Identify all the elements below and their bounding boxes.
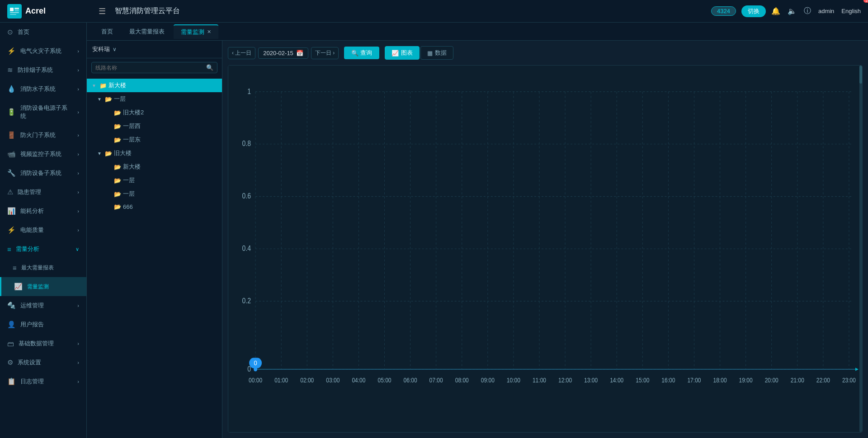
tree-node-old-building[interactable]: ▼ 📂 旧大楼 [87, 146, 222, 160]
folder-icon: 📂 [105, 96, 112, 103]
demand-icon: ≡ [7, 245, 11, 253]
tree-node-666[interactable]: 📂 666 [87, 201, 222, 213]
language-selector[interactable]: English [841, 8, 861, 14]
svg-text:15:00: 15:00 [636, 377, 649, 384]
expand-arrow: › [77, 48, 79, 54]
tree-toggle [105, 204, 112, 209]
data-view-tab[interactable]: ▦ 数据 [420, 46, 453, 60]
tree-node-floor1-child2[interactable]: 📂 一层 [87, 187, 222, 201]
view-tabs: 📈 图表 ▦ 数据 [385, 46, 453, 60]
sidebar-item-device[interactable]: 🔧 消防设备子系统 › [0, 164, 86, 183]
svg-text:0.6: 0.6 [242, 192, 251, 200]
svg-text:20:00: 20:00 [765, 377, 778, 384]
sidebar-item-max-demand[interactable]: ≡ 最大需量报表 [0, 259, 86, 277]
svg-rect-2 [14, 10, 19, 11]
bell-icon[interactable]: 🔔 2 [771, 7, 780, 15]
svg-text:10:00: 10:00 [507, 377, 520, 384]
sidebar-item-ops[interactable]: 🔩 运维管理 › [0, 296, 86, 315]
tree-toggle: ▼ [96, 151, 103, 156]
sidebar-item-fire-door[interactable]: 🚪 防火门子系统 › [0, 126, 86, 145]
tree-toggle: ▼ [90, 83, 98, 88]
next-day-button[interactable]: 下一日 › [311, 47, 339, 59]
svg-text:17:00: 17:00 [687, 377, 701, 384]
sidebar-item-log[interactable]: 📋 日志管理 › [0, 372, 86, 391]
folder-icon: 📂 [114, 137, 121, 143]
tree-node-floor1-west[interactable]: 📂 一层西 [87, 119, 222, 133]
scrollbar-thumb[interactable] [859, 66, 862, 84]
svg-rect-3 [10, 12, 19, 13]
tab-demand-monitor[interactable]: 需量监测 ✕ [174, 24, 218, 39]
expand-arrow: › [77, 208, 79, 214]
sidebar-item-video[interactable]: 📹 视频监控子系统 › [0, 145, 86, 164]
expand-arrow: › [77, 189, 79, 195]
sidebar-label: 电气火灾子系统 [20, 47, 61, 55]
sidebar-label: 需量监测 [27, 283, 49, 291]
sidebar-item-home[interactable]: ⊙ 首页 [0, 23, 86, 42]
sidebar-item-energy[interactable]: 📊 能耗分析 › [0, 202, 86, 221]
chart-view-tab[interactable]: 📈 图表 [385, 46, 420, 60]
tree-toggle [105, 110, 112, 115]
top-header: Acrel ☰ 智慧消防管理云平台 4324 切换 🔔 2 🔈 ⓘ admin … [0, 0, 868, 23]
log-icon: 📋 [7, 377, 16, 386]
tree-toggle [105, 165, 112, 170]
org-selector[interactable]: 安科瑞 ∨ [87, 41, 222, 58]
tab-max-demand[interactable]: 最大需量报表 [122, 25, 172, 38]
search-icon[interactable]: 🔍 [206, 64, 213, 71]
search-input[interactable] [95, 65, 203, 71]
menu-icon[interactable]: ☰ [99, 6, 106, 16]
expand-arrow: › [77, 67, 79, 73]
sidebar-item-power[interactable]: 🔋 消防设备电源子系统 › [0, 99, 86, 126]
data-icon: 🗃 [7, 340, 14, 348]
sidebar-label: 消防设备电源子系统 [20, 104, 73, 120]
query-button[interactable]: 🔍 查询 [344, 47, 379, 59]
tree-node-old-building2[interactable]: 📂 旧大楼2 [87, 106, 222, 119]
sidebar-item-electrical-fire[interactable]: ⚡ 电气火灾子系统 › [0, 42, 86, 61]
content-area: 首页 最大需量报表 需量监测 ✕ 安科瑞 ∨ � [87, 23, 868, 438]
tree-node-new-building[interactable]: ▼ 📁 新大楼 [87, 79, 222, 92]
svg-rect-4 [10, 14, 16, 15]
expand-arrow: › [77, 132, 79, 138]
power-icon: 🔋 [7, 108, 16, 116]
logo-icon [7, 4, 22, 19]
svg-text:09:00: 09:00 [481, 377, 495, 384]
sidebar-item-user-report[interactable]: 👤 用户报告 [0, 315, 86, 334]
tree-node-label: 旧大楼2 [123, 108, 144, 117]
search-box: 🔍 [91, 62, 217, 73]
svg-text:08:00: 08:00 [455, 377, 469, 384]
sidebar-item-smoke[interactable]: ≋ 防排烟子系统 › [0, 61, 86, 80]
tab-home[interactable]: 首页 [94, 25, 120, 38]
tree-node-floor1[interactable]: ▼ 📂 一层 [87, 92, 222, 106]
report-icon: 👤 [7, 320, 16, 329]
folder-icon: 📂 [105, 150, 112, 157]
sidebar-item-hazard[interactable]: ⚠ 隐患管理 › [0, 183, 86, 202]
sidebar-label: 系统设置 [18, 358, 41, 367]
tree-node-new-building-child[interactable]: 📂 新大楼 [87, 160, 222, 174]
sidebar-label: 基础数据管理 [19, 339, 54, 348]
svg-text:07:00: 07:00 [429, 377, 443, 384]
prev-day-button[interactable]: ‹ 上一日 [228, 47, 255, 59]
sidebar-item-demand-monitor[interactable]: 📈 需量监测 [0, 277, 86, 296]
sidebar-item-settings[interactable]: ⚙ 系统设置 › [0, 353, 86, 372]
sidebar-item-water[interactable]: 💧 消防水子系统 › [0, 80, 86, 99]
date-picker[interactable]: 2020-02-15 📅 [258, 47, 308, 59]
tree-node-floor1-child1[interactable]: 📂 一层 [87, 174, 222, 187]
volume-icon[interactable]: 🔈 [788, 7, 797, 15]
badge-number: 4324 [711, 6, 736, 16]
sidebar-item-demand[interactable]: ≡ 需量分析 ∨ [0, 240, 86, 259]
expand-arrow: ∨ [75, 246, 79, 252]
vertical-scrollbar[interactable] [859, 66, 862, 432]
expand-arrow: › [77, 151, 79, 157]
sidebar-item-quality[interactable]: ⚡ 电能质量 › [0, 221, 86, 240]
tree-node-floor1-east[interactable]: 📂 一层东 [87, 133, 222, 146]
tab-close-icon[interactable]: ✕ [207, 29, 211, 35]
help-icon[interactable]: ⓘ [804, 6, 811, 16]
svg-rect-1 [14, 8, 19, 9]
tree-node-label: 一层西 [123, 122, 141, 130]
tree-node-label: 一层 [123, 190, 135, 198]
tree-panel: 安科瑞 ∨ 🔍 ▼ 📁 新大楼 [87, 41, 222, 438]
sidebar-label: 需量分析 [16, 245, 39, 253]
sidebar-item-base-data[interactable]: 🗃 基础数据管理 › [0, 334, 86, 353]
svg-text:14:00: 14:00 [610, 377, 623, 384]
switch-button[interactable]: 切换 [741, 5, 766, 17]
svg-text:0: 0 [254, 359, 257, 367]
